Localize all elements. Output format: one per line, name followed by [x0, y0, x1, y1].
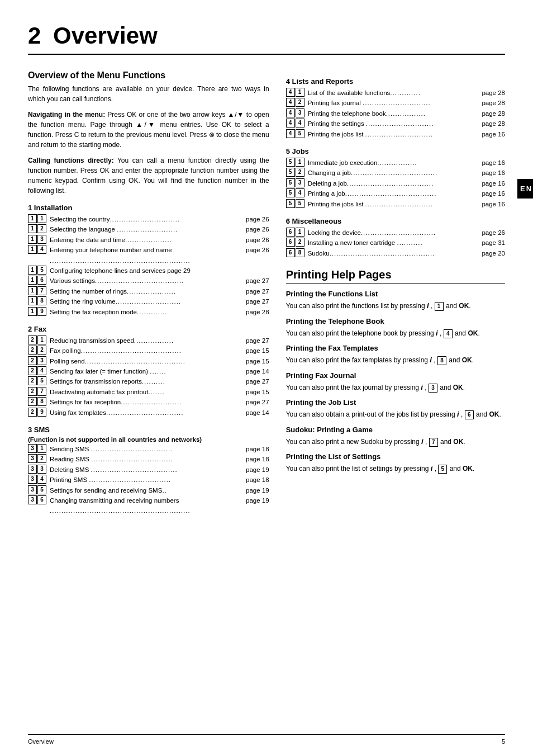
list-item: 33 Deleting SMS ........................…: [28, 465, 269, 475]
ok-bold: OK: [459, 302, 469, 310]
key-box: 8: [296, 248, 304, 257]
list-item: 51 Immediate job execution..............…: [286, 158, 505, 168]
item-text: Deleting SMS ...........................…: [50, 465, 244, 475]
key-box: 1: [28, 266, 37, 275]
page-ref: page 26: [246, 214, 269, 224]
list-item: 35 Settings for sending and receiving SM…: [28, 485, 269, 495]
key-box: 6: [37, 276, 46, 285]
print-fax-journal-text: You can also print the fax journal by pr…: [286, 382, 505, 393]
key-group: 12: [28, 224, 47, 233]
key-box: 3: [37, 235, 46, 244]
list-item: 32 Reading SMS .........................…: [28, 454, 269, 464]
key-box: 3: [429, 384, 437, 393]
list-item: 42 Printing fax journal ................…: [286, 98, 505, 108]
item-text: Reducing transmission speed.............…: [50, 336, 244, 346]
sms-list: 31 Sending SMS .........................…: [28, 444, 269, 516]
key-box: 6: [286, 238, 295, 247]
print-sudoku-text: You can also print a new Sudoku by press…: [286, 436, 505, 447]
key-box: 2: [296, 168, 304, 177]
item-text: Selecting the language .................…: [50, 224, 244, 234]
i-icon: i: [421, 383, 423, 391]
key-box: 5: [286, 168, 295, 177]
page-ref: page 16: [482, 178, 505, 188]
item-text: Printing fax journal ...................…: [308, 98, 480, 108]
key-group: 16: [28, 276, 47, 285]
key-box: 3: [37, 465, 46, 474]
item-text: Locking the device......................…: [308, 228, 480, 238]
ok-bold: OK: [453, 438, 463, 446]
key-box: 7: [37, 286, 46, 295]
footer-left: Overview: [28, 738, 54, 745]
list-item: 18 Setting the ring volume..............…: [28, 296, 269, 306]
key-box: 4: [296, 119, 304, 127]
key-box: 5: [296, 129, 304, 138]
item-text: Settings for sending and receiving SMS..: [50, 485, 244, 495]
list-item: 16 Various settings.....................…: [28, 276, 269, 286]
item-text: Printing the settings ..................…: [308, 119, 480, 129]
i-icon: i: [457, 410, 459, 418]
ok-bold: OK: [453, 384, 463, 391]
key-box: 1: [296, 158, 304, 167]
key-box: 7: [429, 438, 438, 447]
page-ref: page 15: [246, 346, 269, 356]
page-ref: page 28: [246, 307, 269, 317]
print-functions-title: Printing the Functions List: [286, 290, 505, 298]
key-group: 17: [28, 286, 47, 295]
item-text: Entering the date and time..............…: [50, 235, 244, 245]
call-label: Calling functions directly:: [28, 157, 114, 164]
page-ref: page 28: [482, 98, 505, 108]
key-box: 4: [37, 366, 46, 375]
key-box: 4: [444, 329, 453, 338]
list-item: 23 Polling send.........................…: [28, 356, 269, 366]
print-telbook-title: Printing the Telephone Book: [286, 317, 505, 325]
key-box: 5: [286, 158, 295, 167]
page-ref: page 16: [482, 188, 505, 199]
list-item: 24 Sending fax later (= timer function) …: [28, 366, 269, 376]
list-item: 31 Sending SMS .........................…: [28, 444, 269, 454]
key-box: 5: [286, 188, 295, 197]
key-box: 2: [37, 224, 46, 233]
item-text: Setting the number of rings.............…: [50, 286, 244, 296]
page-ref: page 20: [482, 248, 505, 258]
page-ref: page 15: [246, 387, 269, 397]
key-group: 19: [28, 307, 47, 316]
key-box: 2: [37, 346, 46, 355]
key-box: 3: [28, 454, 37, 463]
list-item: 55 Printing the jobs list ..............…: [286, 199, 505, 209]
key-box: 3: [296, 108, 304, 117]
item-text: Entering your telephone number and name.…: [50, 245, 244, 266]
nav-paragraph: Navigating in the menu: Press OK or one …: [28, 110, 269, 150]
list-item: 29 Using fax templates..................…: [28, 408, 269, 418]
footer-right: 5: [502, 738, 505, 745]
ok-bold: OK: [463, 465, 473, 472]
nav-label: Navigating in the menu:: [28, 111, 105, 119]
chapter-title: 2 Overview: [28, 22, 505, 55]
key-box: 4: [37, 245, 46, 254]
key-box: 1: [28, 245, 37, 254]
key-box: 3: [296, 178, 304, 187]
item-text: Selecting the country...................…: [50, 214, 244, 224]
page-ref: page 18: [246, 475, 269, 485]
page-ref: page 27: [246, 276, 269, 286]
installation-list: 11 Selecting the country................…: [28, 214, 269, 317]
page-ref: page 18: [246, 444, 269, 454]
list-item: 17 Setting the number of rings..........…: [28, 286, 269, 296]
overview-intro-block: Overview of the Menu Functions The follo…: [28, 70, 269, 196]
key-box: 2: [296, 238, 304, 247]
key-box: 2: [28, 387, 37, 396]
sms-note: (Function is not supported in all countr…: [28, 436, 269, 443]
misc-list: 61 Locking the device...................…: [286, 228, 505, 258]
key-box: 4: [37, 475, 46, 484]
lists-block: 4 Lists and Reports 41 List of the avail…: [286, 77, 505, 139]
jobs-list: 51 Immediate job execution..............…: [286, 158, 505, 209]
item-text: Settings for fax reception..............…: [50, 397, 244, 407]
key-box: 5: [37, 266, 46, 275]
list-item: 54 Printing a job.......................…: [286, 188, 505, 199]
fax-block: 2 Fax 21 Reducing transmission speed....…: [28, 325, 269, 418]
i-icon: i: [421, 437, 423, 446]
item-text: Sending fax later (= timer function) ...…: [50, 366, 244, 376]
key-box: 4: [286, 129, 295, 138]
list-item: 41 List of the available functions......…: [286, 88, 505, 98]
item-text: Polling send............................…: [50, 356, 244, 366]
key-box: 5: [37, 376, 46, 385]
